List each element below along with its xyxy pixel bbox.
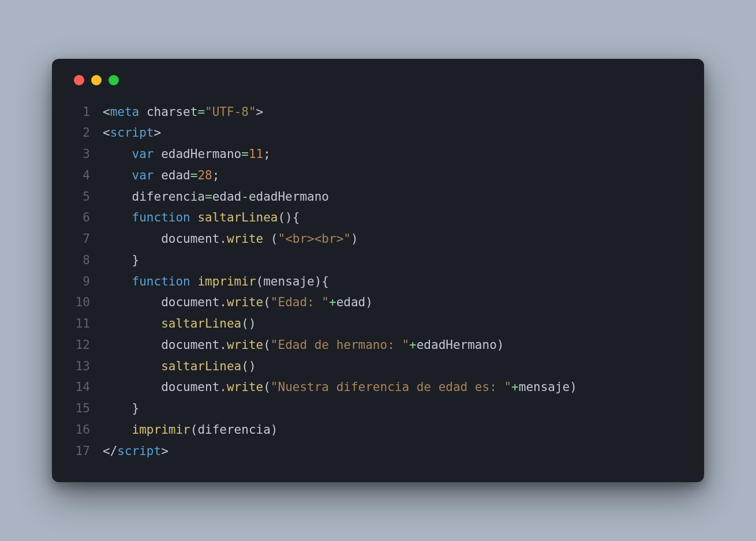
code-token: =: [241, 147, 249, 161]
code-token: [103, 317, 161, 330]
code-token: =: [205, 190, 212, 204]
code-token: [139, 105, 147, 119]
line-content: diferencia=edad-edadHermano: [103, 186, 683, 208]
code-token: var: [132, 168, 154, 182]
line-number: 11: [73, 313, 103, 335]
code-token: mensaje: [263, 275, 315, 288]
code-token: ): [570, 380, 577, 394]
code-token: -: [241, 190, 249, 204]
code-token: script: [117, 444, 161, 458]
code-token: </: [103, 444, 117, 458]
line-number: 14: [73, 377, 103, 398]
code-token: "Edad de hermano: ": [271, 338, 409, 352]
code-token: mensaje: [519, 380, 570, 394]
code-token: ): [365, 295, 373, 309]
code-token: saltarLinea: [161, 317, 241, 330]
code-token: <: [103, 126, 110, 140]
code-token: .: [219, 380, 227, 394]
code-line: 16 imprimir(diferencia): [73, 419, 683, 441]
code-token: (: [256, 275, 264, 288]
code-token: imprimir: [197, 275, 256, 288]
line-content: document.write("Edad de hermano: "+edadH…: [103, 335, 683, 356]
line-content: var edadHermano=11;: [103, 144, 683, 165]
code-token: >: [256, 105, 264, 119]
line-content: document.write("Nuestra diferencia de ed…: [103, 377, 683, 398]
code-token: (: [263, 232, 278, 246]
line-content: imprimir(diferencia): [103, 419, 683, 441]
line-number: 5: [73, 186, 103, 208]
code-line: 8 }: [73, 250, 683, 271]
code-token: "UTF-8": [205, 105, 256, 119]
code-token: [190, 211, 198, 224]
line-number: 12: [73, 335, 103, 356]
code-token: }: [103, 401, 139, 415]
code-token: [103, 168, 132, 182]
code-line: 3 var edadHermano=11;: [73, 144, 683, 165]
code-token: edadHermano: [249, 190, 329, 204]
code-token: document: [161, 232, 219, 246]
code-line: 7 document.write ("<br><br>"): [73, 228, 683, 250]
line-content: document.write ("<br><br>"): [103, 228, 683, 250]
line-number: 3: [73, 144, 103, 165]
code-token: [103, 295, 161, 309]
line-number: 4: [73, 165, 103, 186]
code-token: [103, 232, 161, 246]
code-token: saltarLinea: [197, 211, 278, 224]
line-number: 6: [73, 207, 103, 228]
close-icon[interactable]: [74, 75, 84, 85]
code-token: edad: [336, 295, 366, 309]
line-number: 7: [73, 228, 103, 250]
line-number: 16: [73, 419, 103, 441]
code-token: meta: [110, 105, 140, 119]
code-token: ): [497, 338, 504, 352]
code-line: 2<script>: [73, 122, 683, 144]
code-token: <: [103, 105, 110, 119]
code-token: +: [329, 295, 336, 309]
maximize-icon[interactable]: [108, 75, 119, 85]
code-token: charset: [147, 105, 198, 119]
code-line: 13 saltarLinea(): [73, 356, 683, 377]
code-line: 6 function saltarLinea(){: [73, 207, 683, 228]
code-token: edad: [212, 190, 242, 204]
minimize-icon[interactable]: [91, 75, 102, 85]
code-token: write: [227, 232, 263, 246]
line-content: document.write("Edad: "+edad): [103, 292, 683, 313]
code-line: 17</script>: [73, 441, 683, 462]
code-token: [103, 211, 132, 224]
code-token: write: [227, 295, 263, 309]
code-token: [103, 423, 132, 437]
code-token: (): [241, 317, 256, 330]
code-token: [103, 147, 132, 161]
code-token: "<br><br>": [278, 232, 350, 246]
line-number: 9: [73, 271, 103, 292]
code-token: [103, 380, 161, 394]
code-line: 11 saltarLinea(): [73, 313, 683, 335]
line-number: 10: [73, 292, 103, 313]
code-token: [103, 190, 132, 204]
line-content: saltarLinea(): [103, 313, 683, 335]
code-line: 15 }: [73, 398, 683, 419]
code-token: (: [190, 423, 198, 437]
code-token: write: [227, 380, 263, 394]
code-token: (): [241, 359, 256, 373]
line-content: function saltarLinea(){: [103, 207, 683, 228]
code-token: +: [511, 380, 519, 394]
code-token: imprimir: [132, 423, 190, 437]
code-token: ){: [315, 275, 329, 288]
code-token: edad: [161, 168, 190, 182]
line-content: <script>: [103, 122, 683, 144]
code-token: [103, 338, 161, 352]
code-token: document: [161, 338, 219, 352]
code-line: 9 function imprimir(mensaje){: [73, 271, 683, 292]
code-token: [154, 147, 162, 161]
code-token: document: [161, 295, 219, 309]
line-number: 8: [73, 250, 103, 271]
line-number: 17: [73, 441, 103, 462]
code-token: [103, 359, 161, 373]
code-token: ): [351, 232, 358, 246]
line-content: <meta charset="UTF-8">: [103, 102, 683, 123]
code-token: >: [161, 444, 169, 458]
code-token: "Nuestra diferencia de edad es: ": [271, 380, 511, 394]
code-line: 12 document.write("Edad de hermano: "+ed…: [73, 335, 683, 356]
line-number: 2: [73, 122, 103, 144]
